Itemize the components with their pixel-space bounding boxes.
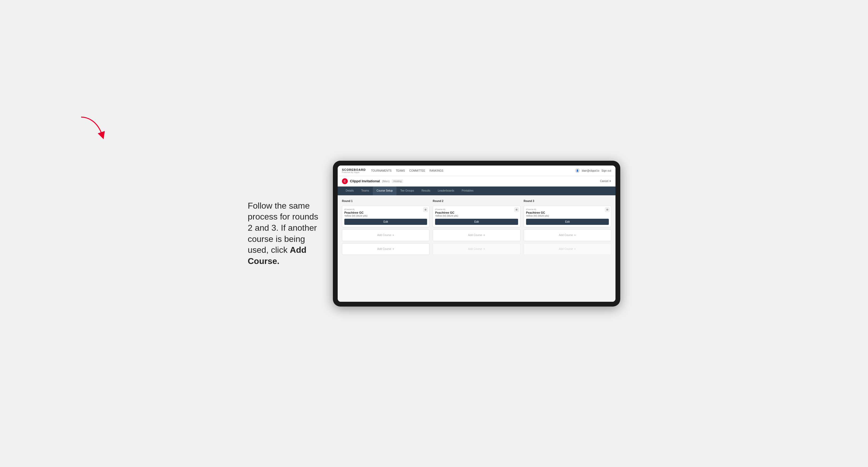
- add-icon-r3-1: +: [574, 234, 576, 237]
- add-course-label-r3-1: Add Course: [559, 234, 573, 237]
- arrow-annotation: [76, 112, 118, 145]
- tournament-qualifier: (Men): [382, 180, 390, 183]
- round-1-course-details: Yellow (M) (6629 yds): [344, 215, 427, 217]
- add-icon-r2-1: +: [483, 234, 485, 237]
- add-icon-r2-2: +: [483, 247, 485, 251]
- add-course-label-r3-2: Add Course: [559, 247, 573, 250]
- round-1-column: Round 1 ⊠ (Course A) Peachtree GC Yellow…: [342, 199, 430, 255]
- round-2-add-course-2: Add Course +: [433, 243, 520, 255]
- add-icon-r1-1: +: [393, 234, 394, 237]
- add-icon-r3-2: +: [574, 247, 576, 251]
- round-3-label: Round 3: [524, 199, 611, 203]
- content-area: Round 1 ⊠ (Course A) Peachtree GC Yellow…: [338, 195, 616, 302]
- round-3-column: Round 3 ⊠ (Course A) Peachtree GC Yellow…: [524, 199, 611, 255]
- nav-links: TOURNAMENTS TEAMS COMMITTEE RANKINGS: [371, 168, 575, 173]
- brand: SCOREBOARD Powered by clippd: [342, 168, 366, 173]
- nav-committee[interactable]: COMMITTEE: [409, 168, 425, 173]
- add-course-label-r1-1: Add Course: [377, 234, 392, 237]
- brand-subtitle: Powered by clippd: [342, 172, 366, 173]
- add-course-label-r2-2: Add Course: [468, 247, 482, 250]
- tournament-name: Clippd Invitational: [350, 179, 380, 183]
- round-3-course-details: Yellow (M) (6629 yds): [526, 215, 609, 217]
- tab-teams[interactable]: Teams: [358, 187, 373, 195]
- round-2-course-label: (Course A): [435, 208, 518, 211]
- round-3-course-label: (Course A): [526, 208, 609, 211]
- round-3-course-name: Peachtree GC: [526, 211, 609, 214]
- tab-printables[interactable]: Printables: [458, 187, 477, 195]
- user-avatar: 👤: [575, 168, 580, 173]
- add-course-label-r1-2: Add Course: [377, 247, 392, 250]
- round-2-edit-button[interactable]: Edit: [435, 219, 518, 225]
- nav-tournaments[interactable]: TOURNAMENTS: [371, 168, 392, 173]
- tab-results[interactable]: Results: [418, 187, 434, 195]
- round-1-edit-button[interactable]: Edit: [344, 219, 427, 225]
- round-3-delete-button[interactable]: ⊠: [605, 208, 609, 212]
- add-course-emphasis: Add Course.: [248, 245, 306, 266]
- brand-title: SCOREBOARD: [342, 168, 366, 172]
- tournament-info: C Clippd Invitational (Men) Hosting: [342, 178, 403, 184]
- nav-rankings[interactable]: RANKINGS: [430, 168, 443, 173]
- add-icon-r1-2: +: [393, 247, 394, 251]
- tab-tee-groups[interactable]: Tee Groups: [397, 187, 418, 195]
- arrow-icon: [76, 112, 118, 144]
- round-1-course-card: ⊠ (Course A) Peachtree GC Yellow (M) (66…: [342, 206, 430, 227]
- round-2-delete-button[interactable]: ⊠: [514, 208, 519, 212]
- round-3-add-course-2: Add Course +: [524, 243, 611, 255]
- sub-header: C Clippd Invitational (Men) Hosting Canc…: [338, 176, 616, 187]
- top-nav: SCOREBOARD Powered by clippd TOURNAMENTS…: [338, 165, 616, 176]
- round-3-edit-button[interactable]: Edit: [526, 219, 609, 225]
- tablet-screen: SCOREBOARD Powered by clippd TOURNAMENTS…: [338, 165, 616, 302]
- tab-bar: Details Teams Course Setup Tee Groups Re…: [338, 187, 616, 195]
- page-wrapper: Follow the same process for rounds 2 and…: [248, 161, 620, 307]
- rounds-grid: Round 1 ⊠ (Course A) Peachtree GC Yellow…: [342, 199, 611, 255]
- round-1-add-course-2[interactable]: Add Course +: [342, 243, 430, 255]
- round-2-course-name: Peachtree GC: [435, 211, 518, 214]
- round-1-label: Round 1: [342, 199, 430, 203]
- add-course-label-r2-1: Add Course: [468, 234, 482, 237]
- hosting-badge: Hosting: [392, 179, 403, 183]
- tab-course-setup[interactable]: Course Setup: [373, 187, 397, 195]
- round-1-course-label: (Course A): [344, 208, 427, 211]
- round-2-column: Round 2 ⊠ (Course A) Peachtree GC Yellow…: [433, 199, 520, 255]
- tab-leaderboards[interactable]: Leaderboards: [434, 187, 458, 195]
- round-3-course-card: ⊠ (Course A) Peachtree GC Yellow (M) (66…: [524, 206, 611, 227]
- round-3-add-course-1[interactable]: Add Course +: [524, 229, 611, 241]
- tablet-frame: SCOREBOARD Powered by clippd TOURNAMENTS…: [333, 161, 620, 307]
- cancel-button[interactable]: Cancel ✕: [600, 180, 611, 183]
- round-2-course-card: ⊠ (Course A) Peachtree GC Yellow (M) (66…: [433, 206, 520, 227]
- round-2-course-details: Yellow (M) (6629 yds): [435, 215, 518, 217]
- round-1-course-name: Peachtree GC: [344, 211, 427, 214]
- sign-out-link[interactable]: Sign out: [601, 169, 611, 172]
- nav-teams[interactable]: TEAMS: [396, 168, 405, 173]
- instruction-text: Follow the same process for rounds 2 and…: [248, 200, 333, 267]
- round-2-label: Round 2: [433, 199, 520, 203]
- clippd-logo: C: [342, 178, 348, 184]
- user-email: blair@clippd.io: [582, 169, 599, 172]
- round-1-delete-button[interactable]: ⊠: [423, 208, 428, 212]
- top-nav-right: 👤 blair@clippd.io Sign out: [575, 168, 611, 173]
- round-2-add-course-1[interactable]: Add Course +: [433, 229, 520, 241]
- round-1-add-course-1[interactable]: Add Course +: [342, 229, 430, 241]
- tab-details[interactable]: Details: [342, 187, 358, 195]
